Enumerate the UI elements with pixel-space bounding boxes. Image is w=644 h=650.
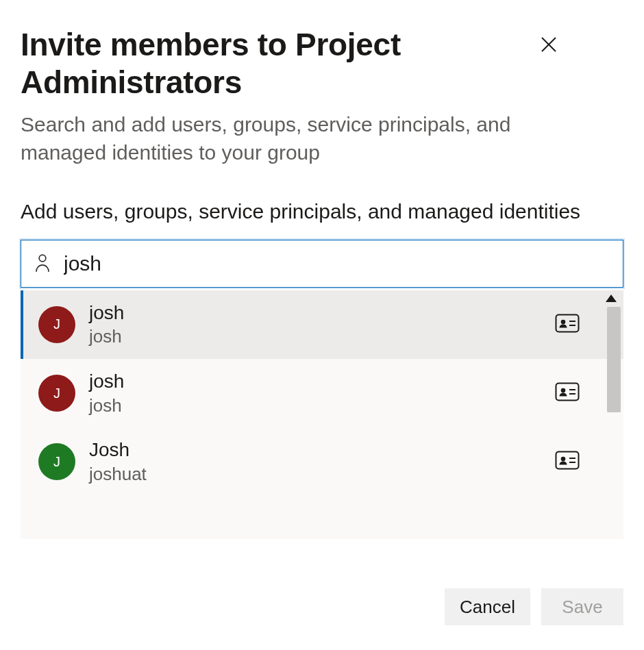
close-icon — [538, 34, 559, 55]
contact-card-icon — [555, 382, 580, 404]
avatar: J — [38, 375, 75, 412]
suggestion-alias: josh — [89, 325, 541, 348]
svg-rect-3 — [556, 314, 579, 332]
suggestion-name: josh — [89, 301, 541, 325]
suggestion-name: josh — [89, 370, 541, 393]
svg-rect-11 — [556, 452, 579, 469]
svg-point-8 — [561, 388, 566, 393]
suggestion-option-0[interactable]: J josh josh — [21, 290, 623, 359]
avatar: J — [38, 443, 75, 480]
svg-point-12 — [561, 457, 566, 462]
svg-rect-7 — [556, 384, 579, 401]
close-button[interactable] — [534, 30, 563, 59]
suggestions-listbox[interactable]: J josh josh J josh josh — [21, 290, 623, 539]
suggestion-option-1[interactable]: J josh josh — [21, 359, 623, 427]
dialog: Invite members to Project Administrators… — [0, 0, 644, 650]
scrollbar-thumb[interactable] — [607, 307, 621, 412]
dialog-header: Invite members to Project Administrators — [21, 26, 623, 101]
cancel-button[interactable]: Cancel — [445, 588, 530, 625]
search-field-label: Add users, groups, service principals, a… — [21, 198, 582, 226]
avatar: J — [38, 306, 75, 343]
suggestion-name: Josh — [89, 438, 541, 462]
dialog-subtitle: Search and add users, groups, service pr… — [21, 111, 582, 166]
identity-search-input[interactable] — [64, 240, 610, 287]
save-button[interactable]: Save — [541, 588, 623, 625]
person-icon — [34, 253, 51, 277]
contact-card-icon — [555, 451, 580, 473]
svg-point-4 — [561, 320, 566, 325]
dialog-footer: Cancel Save — [445, 588, 623, 625]
dialog-title: Invite members to Project Administrators — [21, 26, 521, 101]
suggestion-option-2[interactable]: J Josh joshuat — [21, 427, 623, 496]
search-box[interactable] — [21, 240, 623, 288]
suggestion-alias: joshuat — [89, 463, 541, 486]
svg-point-2 — [39, 255, 46, 262]
suggestion-alias: josh — [89, 395, 541, 417]
contact-card-icon — [555, 314, 580, 336]
